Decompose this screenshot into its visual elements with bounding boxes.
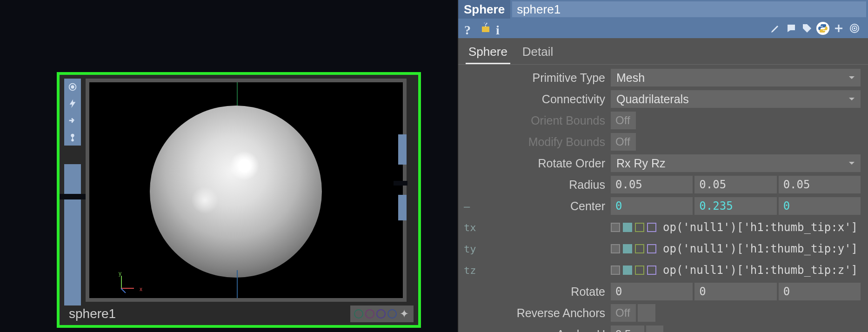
- ty-expression[interactable]: op('null1')['h1:thumb_tip:y']: [663, 242, 861, 255]
- mode-expression-icon[interactable]: [623, 244, 632, 253]
- mode-export-icon[interactable]: [635, 266, 644, 275]
- flag-dot-3[interactable]: [376, 309, 386, 319]
- param-badge-tz: tz: [460, 265, 481, 276]
- help-page-icon[interactable]: ?: [479, 21, 493, 35]
- center-z-input[interactable]: 0: [779, 197, 861, 215]
- mode-bind-icon[interactable]: [647, 266, 656, 275]
- flag-plus-icon[interactable]: ✦: [399, 307, 410, 320]
- primitive-type-value: Mesh: [616, 71, 645, 85]
- param-label-connectivity: Connectivity: [481, 93, 611, 106]
- orient-bounds-toggle: Off: [611, 112, 636, 129]
- primitive-type-dropdown[interactable]: Mesh: [611, 69, 861, 86]
- parameter-list: Primitive Type Mesh Connectivity Quadril…: [458, 65, 868, 332]
- param-label-rotate: Rotate: [481, 285, 611, 299]
- svg-text:?: ?: [484, 23, 488, 28]
- chevron-down-icon: [848, 159, 856, 167]
- rotate-z-input[interactable]: 0: [779, 283, 861, 300]
- tx-expression[interactable]: op('null1')['h1:thumb_tip:x']: [663, 221, 861, 234]
- anchor-u-input[interactable]: 0.5: [611, 325, 644, 332]
- param-label-anchor-u: Anchor U: [481, 328, 611, 332]
- viewer-toolbar: [64, 79, 81, 146]
- viewer-display-icon[interactable]: [64, 79, 81, 95]
- svg-point-4: [71, 139, 74, 142]
- parameter-tabs: Sphere Detail: [458, 38, 868, 65]
- tab-detail[interactable]: Detail: [520, 41, 556, 64]
- connectivity-value: Quadrilaterals: [616, 93, 689, 106]
- mode-expression-icon[interactable]: [623, 223, 632, 232]
- expression-mode-boxes[interactable]: [611, 266, 656, 275]
- connectivity-dropdown[interactable]: Quadrilaterals: [611, 90, 861, 108]
- tag-icon[interactable]: [800, 21, 814, 35]
- parameter-panel: Sphere ? ? i Sphere Detail: [457, 0, 868, 332]
- viewer-panel: yx sphere1 ✦: [0, 0, 457, 332]
- viewer-footer-flags: ✦: [350, 305, 414, 322]
- mode-export-icon[interactable]: [635, 244, 644, 253]
- chevron-down-icon: [848, 95, 856, 103]
- mode-constant-icon[interactable]: [611, 223, 620, 232]
- parameter-header: Sphere: [458, 0, 868, 19]
- help-icon[interactable]: ?: [463, 21, 477, 35]
- reverse-anchors-toggle[interactable]: Off: [611, 304, 636, 322]
- sphere-geometry: [150, 106, 322, 278]
- parameter-header-toolbar: ? ? i: [458, 19, 868, 38]
- param-label-orient-bounds: Orient Bounds: [481, 114, 611, 127]
- mode-export-icon[interactable]: [635, 223, 644, 232]
- tz-expression[interactable]: op('null1')['h1:thumb_tip:z']: [663, 264, 861, 277]
- svg-point-9: [854, 28, 855, 29]
- viewer-lock-icon[interactable]: [64, 129, 81, 146]
- viewport-3d[interactable]: yx: [86, 79, 407, 302]
- info-icon[interactable]: i: [494, 21, 508, 35]
- viewer-node-name[interactable]: sphere1: [64, 305, 350, 322]
- param-label-radius: Radius: [481, 178, 611, 192]
- viewer-footer: sphere1 ✦: [64, 305, 414, 322]
- target-icon[interactable]: [848, 21, 861, 35]
- expand-icon[interactable]: —: [460, 200, 481, 212]
- center-y-input[interactable]: 0.235: [694, 197, 776, 215]
- viewer-node-outline[interactable]: yx sphere1 ✦: [57, 72, 421, 328]
- param-label-reverse-anchors: Reverse Anchors: [481, 306, 611, 320]
- rotate-order-dropdown[interactable]: Rx Ry Rz: [611, 154, 861, 172]
- operator-type-label: Sphere: [458, 0, 510, 19]
- expression-mode-boxes[interactable]: [611, 223, 656, 232]
- flag-dot-2[interactable]: [365, 309, 374, 319]
- viewport-scroll-rail[interactable]: [398, 134, 407, 255]
- mode-constant-icon[interactable]: [611, 266, 620, 275]
- viewer-lightning-icon[interactable]: [64, 95, 81, 112]
- param-label-primitive-type: Primitive Type: [481, 71, 611, 85]
- rotate-x-input[interactable]: 0: [611, 283, 693, 300]
- modify-bounds-toggle: Off: [611, 133, 636, 151]
- axis-gizmo: yx: [120, 271, 139, 290]
- mode-expression-icon[interactable]: [623, 266, 632, 275]
- edit-icon[interactable]: [768, 21, 782, 35]
- center-x-input[interactable]: 0: [611, 197, 693, 215]
- radius-z-input[interactable]: 0.05: [779, 176, 861, 193]
- flag-dot-4[interactable]: [387, 309, 397, 319]
- axis-guide-bottom: [237, 270, 238, 298]
- radius-x-input[interactable]: 0.05: [611, 176, 693, 193]
- mode-constant-icon[interactable]: [611, 244, 620, 253]
- param-badge-tx: tx: [460, 222, 481, 233]
- param-label-modify-bounds: Modify Bounds: [481, 135, 611, 149]
- param-badge-ty: ty: [460, 243, 481, 255]
- viewer-arrow-icon[interactable]: [64, 112, 81, 129]
- viewer-sidebar-strip[interactable]: [64, 164, 81, 313]
- param-label-center: Center: [481, 199, 611, 213]
- reverse-anchors-track[interactable]: [638, 304, 861, 322]
- anchor-u-slider[interactable]: [646, 325, 861, 332]
- chevron-down-icon: [848, 73, 856, 82]
- operator-name-input[interactable]: [512, 1, 866, 17]
- flag-dot-1[interactable]: [354, 309, 363, 319]
- param-label-rotate-order: Rotate Order: [481, 157, 611, 170]
- python-icon[interactable]: [816, 21, 830, 35]
- comment-icon[interactable]: [784, 21, 798, 35]
- expression-mode-boxes[interactable]: [611, 244, 656, 253]
- rotate-y-input[interactable]: 0: [694, 283, 776, 300]
- svg-point-1: [71, 86, 74, 88]
- tab-sphere[interactable]: Sphere: [466, 41, 510, 64]
- radius-y-input[interactable]: 0.05: [694, 176, 776, 193]
- mode-bind-icon[interactable]: [647, 223, 656, 232]
- mode-bind-icon[interactable]: [647, 244, 656, 253]
- rotate-order-value: Rx Ry Rz: [616, 157, 666, 170]
- plus-icon[interactable]: [832, 21, 846, 35]
